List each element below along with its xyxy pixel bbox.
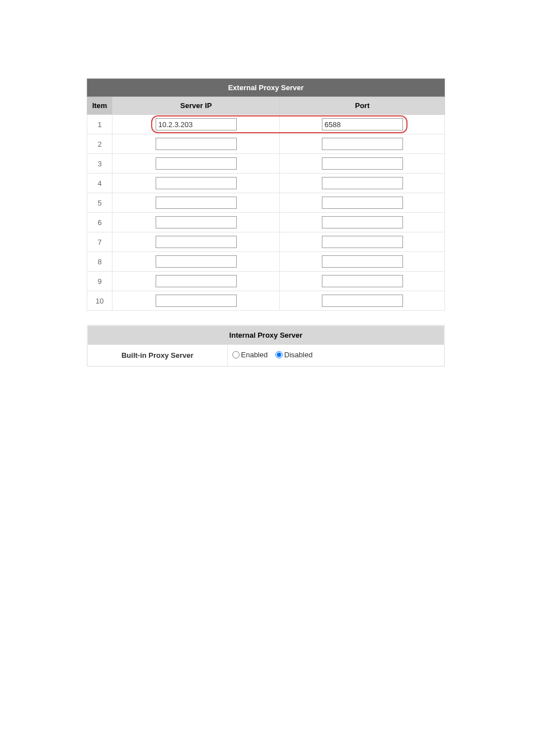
port-input[interactable] xyxy=(322,236,403,248)
server-ip-cell xyxy=(112,252,279,272)
table-row: 9 xyxy=(87,272,445,291)
external-proxy-title: External Proxy Server xyxy=(87,79,445,97)
server-ip-cell xyxy=(112,193,279,213)
table-row: 3 xyxy=(87,154,445,174)
port-input[interactable] xyxy=(322,255,403,268)
port-cell xyxy=(280,154,445,174)
column-header-port: Port xyxy=(280,97,445,115)
table-row: 6 xyxy=(87,213,445,232)
radio-enabled[interactable] xyxy=(232,351,240,358)
item-cell: 4 xyxy=(87,174,113,193)
port-input[interactable] xyxy=(322,157,403,170)
server-ip-cell xyxy=(112,232,279,252)
server-ip-input[interactable] xyxy=(156,138,237,150)
table-row: 4 xyxy=(87,174,445,193)
radio-disabled-text: Disabled xyxy=(284,351,313,359)
radio-enabled-label[interactable]: Enabled xyxy=(232,351,268,359)
item-cell: 10 xyxy=(87,291,113,311)
external-proxy-table: External Proxy Server Item Server IP Por… xyxy=(87,78,445,311)
table-row: 10 xyxy=(87,291,445,311)
item-cell: 2 xyxy=(87,134,113,154)
port-input[interactable] xyxy=(322,216,403,228)
builtin-proxy-label: Built-in Proxy Server xyxy=(87,345,227,367)
radio-disabled[interactable] xyxy=(275,351,283,358)
server-ip-cell xyxy=(112,154,279,174)
radio-disabled-label[interactable]: Disabled xyxy=(275,351,313,359)
table-row: 7 xyxy=(87,232,445,252)
item-cell: 9 xyxy=(87,272,113,291)
port-cell xyxy=(280,252,445,272)
server-ip-cell xyxy=(112,291,279,311)
column-header-server-ip: Server IP xyxy=(112,97,279,115)
port-cell xyxy=(280,115,445,134)
port-cell xyxy=(280,232,445,252)
column-header-item: Item xyxy=(87,97,113,115)
port-cell xyxy=(280,272,445,291)
server-ip-input[interactable] xyxy=(156,157,237,170)
server-ip-input[interactable] xyxy=(156,118,237,130)
server-ip-input[interactable] xyxy=(156,255,237,268)
table-row: 2 xyxy=(87,134,445,154)
builtin-proxy-radio-group: Enabled Disabled xyxy=(232,352,318,360)
item-cell: 8 xyxy=(87,252,113,272)
port-cell xyxy=(280,174,445,193)
server-ip-input[interactable] xyxy=(156,216,237,228)
item-cell: 5 xyxy=(87,193,113,213)
port-input[interactable] xyxy=(322,295,403,307)
radio-enabled-text: Enabled xyxy=(241,351,268,359)
server-ip-input[interactable] xyxy=(156,197,237,209)
item-cell: 6 xyxy=(87,213,113,232)
port-input[interactable] xyxy=(322,118,403,130)
port-input[interactable] xyxy=(322,197,403,209)
table-row: 5 xyxy=(87,193,445,213)
internal-proxy-title: Internal Proxy Server xyxy=(87,325,444,345)
table-row: 1 xyxy=(87,115,445,134)
port-input[interactable] xyxy=(322,138,403,150)
port-input[interactable] xyxy=(322,177,403,189)
server-ip-cell xyxy=(112,115,279,134)
item-cell: 1 xyxy=(87,115,113,134)
server-ip-input[interactable] xyxy=(156,236,237,248)
table-row: 8 xyxy=(87,252,445,272)
internal-proxy-table: Internal Proxy Server Built-in Proxy Ser… xyxy=(87,325,445,367)
server-ip-input[interactable] xyxy=(156,275,237,287)
port-cell xyxy=(280,291,445,311)
server-ip-cell xyxy=(112,134,279,154)
port-cell xyxy=(280,134,445,154)
port-cell xyxy=(280,193,445,213)
port-cell xyxy=(280,213,445,232)
item-cell: 7 xyxy=(87,232,113,252)
server-ip-cell xyxy=(112,174,279,193)
server-ip-input[interactable] xyxy=(156,177,237,189)
server-ip-input[interactable] xyxy=(156,295,237,307)
server-ip-cell xyxy=(112,213,279,232)
item-cell: 3 xyxy=(87,154,113,174)
server-ip-cell xyxy=(112,272,279,291)
port-input[interactable] xyxy=(322,275,403,287)
